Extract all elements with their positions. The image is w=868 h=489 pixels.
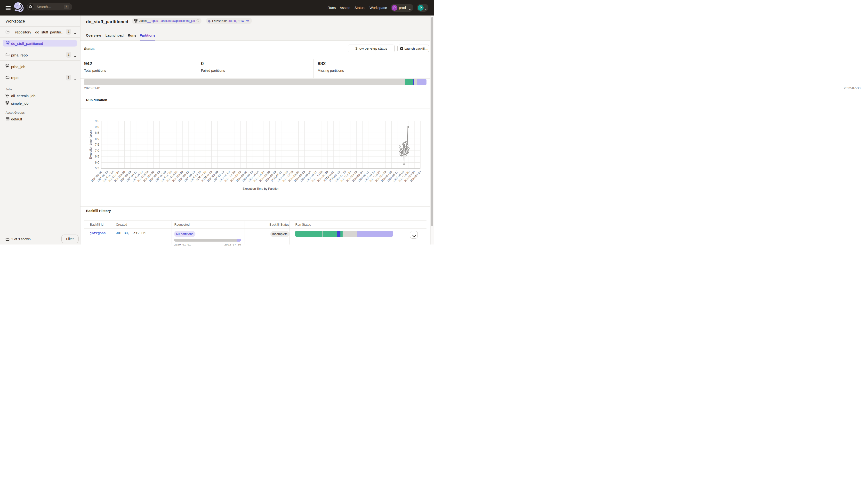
- svg-text:9.5: 9.5: [95, 120, 99, 123]
- svg-text:6.5: 6.5: [95, 155, 99, 158]
- svg-text:7.0: 7.0: [95, 149, 99, 153]
- svg-text:8.0: 8.0: [95, 137, 99, 140]
- svg-text:9.0: 9.0: [95, 125, 99, 129]
- svg-text:6.0: 6.0: [95, 161, 99, 164]
- svg-text:7.5: 7.5: [95, 143, 99, 146]
- svg-text:5.5: 5.5: [95, 167, 99, 170]
- svg-text:8.5: 8.5: [95, 131, 99, 134]
- svg-text:Execution Time by Partition: Execution Time by Partition: [243, 187, 279, 191]
- svg-text:Execution time (secs): Execution time (secs): [89, 130, 92, 159]
